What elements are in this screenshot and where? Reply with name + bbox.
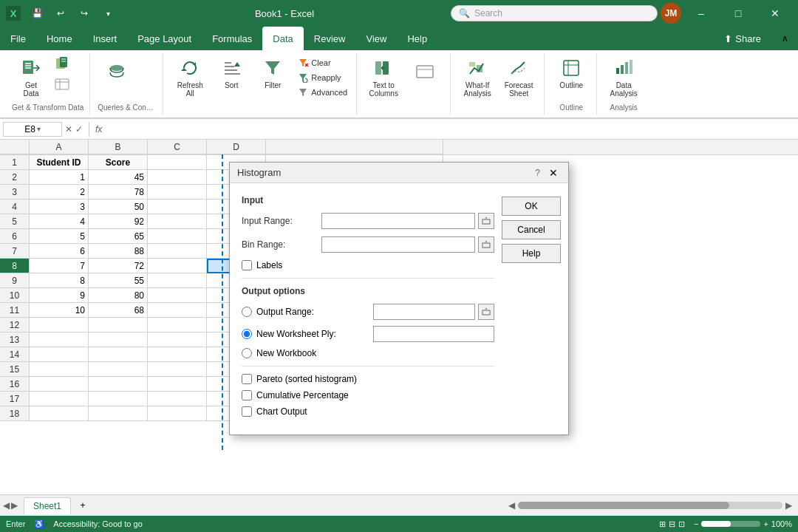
cell-a17[interactable] bbox=[30, 392, 89, 406]
col-header-d[interactable]: D bbox=[207, 140, 266, 154]
bin-range-input[interactable] bbox=[321, 236, 475, 253]
advanced-button[interactable]: Advanced bbox=[295, 86, 350, 99]
sort-button[interactable]: Sort bbox=[212, 53, 250, 92]
cell-b15[interactable] bbox=[89, 362, 148, 377]
user-avatar[interactable]: JM bbox=[661, 3, 681, 24]
zoom-slider[interactable] bbox=[701, 521, 760, 527]
cell-a9[interactable]: 8 bbox=[30, 273, 89, 288]
input-range-collapse-button[interactable] bbox=[478, 213, 494, 229]
row-header-13[interactable]: 13 bbox=[0, 332, 30, 347]
tab-view[interactable]: View bbox=[355, 27, 397, 50]
tab-help[interactable]: Help bbox=[397, 27, 437, 50]
cell-b12[interactable] bbox=[89, 318, 148, 332]
row-header-7[interactable]: 7 bbox=[0, 244, 30, 259]
tab-insert[interactable]: Insert bbox=[83, 27, 128, 50]
row-header-16[interactable]: 16 bbox=[0, 377, 30, 392]
cell-a11[interactable]: 10 bbox=[30, 303, 89, 318]
cancel-button[interactable]: Cancel bbox=[502, 220, 561, 239]
col-header-b[interactable]: B bbox=[89, 140, 148, 154]
search-bar[interactable]: 🔍 Search bbox=[451, 5, 658, 21]
get-data-extra-2[interactable] bbox=[53, 75, 71, 93]
cell-b10[interactable]: 80 bbox=[89, 288, 148, 303]
data-tools-extra[interactable] bbox=[406, 53, 444, 92]
cell-c7[interactable] bbox=[148, 244, 207, 259]
cell-a2[interactable]: 1 bbox=[30, 170, 89, 185]
data-analysis-button[interactable]: Data Analysis bbox=[604, 53, 643, 100]
row-header-17[interactable]: 17 bbox=[0, 392, 30, 406]
redo-button[interactable]: ↪ bbox=[74, 3, 95, 24]
cell-a16[interactable] bbox=[30, 377, 89, 392]
tab-home[interactable]: Home bbox=[36, 27, 83, 50]
output-range-radio[interactable] bbox=[242, 307, 252, 317]
dialog-help-icon[interactable]: ? bbox=[535, 168, 540, 178]
input-range-input[interactable] bbox=[321, 213, 475, 229]
undo-button[interactable]: ↩ bbox=[50, 3, 71, 24]
what-if-button[interactable]: What-IfAnalysis bbox=[458, 53, 497, 100]
new-worksheet-radio[interactable] bbox=[242, 329, 252, 339]
sheet-tab-sheet1[interactable]: Sheet1 bbox=[24, 497, 71, 514]
cell-b4[interactable]: 50 bbox=[89, 200, 148, 214]
zoom-out-button[interactable]: − bbox=[694, 519, 698, 528]
sheet-prev-button[interactable]: ◀ bbox=[3, 500, 10, 511]
row-header-9[interactable]: 9 bbox=[0, 273, 30, 288]
refresh-all-button[interactable]: Refresh All bbox=[171, 53, 209, 100]
pareto-checkbox[interactable] bbox=[242, 374, 252, 384]
cell-a5[interactable]: 4 bbox=[30, 214, 89, 229]
share-button[interactable]: ⬆ Share bbox=[714, 30, 771, 47]
page-layout-button[interactable]: ⊟ bbox=[669, 519, 675, 529]
scroll-track[interactable] bbox=[518, 502, 782, 509]
dialog-close-button[interactable]: ✕ bbox=[546, 166, 561, 180]
maximize-button[interactable]: □ bbox=[721, 0, 755, 27]
cumulative-checkbox[interactable] bbox=[242, 390, 252, 400]
row-header-3[interactable]: 3 bbox=[0, 185, 30, 200]
col-header-c[interactable]: C bbox=[148, 140, 207, 154]
cell-a15[interactable] bbox=[30, 362, 89, 377]
save-button[interactable]: 💾 bbox=[27, 3, 47, 24]
cell-c3[interactable] bbox=[148, 185, 207, 200]
cell-c17[interactable] bbox=[148, 392, 207, 406]
scroll-left-button[interactable]: ◀ bbox=[508, 500, 515, 511]
cell-c2[interactable] bbox=[148, 170, 207, 185]
cell-b2[interactable]: 45 bbox=[89, 170, 148, 185]
cell-c12[interactable] bbox=[148, 318, 207, 332]
reapply-button[interactable]: Reapply bbox=[295, 71, 350, 84]
confirm-formula-button[interactable]: ✓ bbox=[75, 124, 83, 134]
cell-a7[interactable]: 6 bbox=[30, 244, 89, 259]
row-header-1[interactable]: 1 bbox=[0, 155, 30, 170]
cell-c8[interactable] bbox=[148, 259, 207, 273]
formula-input[interactable] bbox=[105, 124, 795, 134]
row-header-10[interactable]: 10 bbox=[0, 288, 30, 303]
name-box[interactable]: E8 ▾ bbox=[3, 122, 62, 137]
tab-formulas[interactable]: Formulas bbox=[202, 27, 262, 50]
row-header-18[interactable]: 18 bbox=[0, 406, 30, 421]
close-button[interactable]: ✕ bbox=[758, 0, 792, 27]
row-header-2[interactable]: 2 bbox=[0, 170, 30, 185]
tab-review[interactable]: Review bbox=[304, 27, 356, 50]
row-header-8[interactable]: 8 bbox=[0, 259, 30, 273]
cell-c6[interactable] bbox=[148, 229, 207, 244]
cancel-formula-button[interactable]: ✕ bbox=[65, 124, 72, 134]
add-sheet-button[interactable]: + bbox=[74, 498, 92, 513]
tab-page-layout[interactable]: Page Layout bbox=[127, 27, 202, 50]
cell-a3[interactable]: 2 bbox=[30, 185, 89, 200]
new-worksheet-input[interactable] bbox=[373, 326, 494, 342]
cell-b11[interactable]: 68 bbox=[89, 303, 148, 318]
row-header-15[interactable]: 15 bbox=[0, 362, 30, 377]
cell-c18[interactable] bbox=[148, 406, 207, 421]
zoom-in-button[interactable]: + bbox=[763, 519, 768, 528]
minimize-button[interactable]: – bbox=[684, 0, 718, 27]
cell-b8[interactable]: 72 bbox=[89, 259, 148, 273]
cell-b7[interactable]: 88 bbox=[89, 244, 148, 259]
sheet-next-button[interactable]: ▶ bbox=[11, 500, 18, 511]
help-button[interactable]: Help bbox=[502, 244, 561, 263]
cell-b9[interactable]: 55 bbox=[89, 273, 148, 288]
cell-b17[interactable] bbox=[89, 392, 148, 406]
row-header-11[interactable]: 11 bbox=[0, 303, 30, 318]
row-header-5[interactable]: 5 bbox=[0, 214, 30, 229]
cell-c1[interactable] bbox=[148, 155, 207, 170]
cell-c16[interactable] bbox=[148, 377, 207, 392]
cell-b6[interactable]: 65 bbox=[89, 229, 148, 244]
row-header-4[interactable]: 4 bbox=[0, 200, 30, 214]
cell-a1[interactable]: Student ID bbox=[30, 155, 89, 170]
clear-button[interactable]: Clear bbox=[295, 56, 350, 69]
